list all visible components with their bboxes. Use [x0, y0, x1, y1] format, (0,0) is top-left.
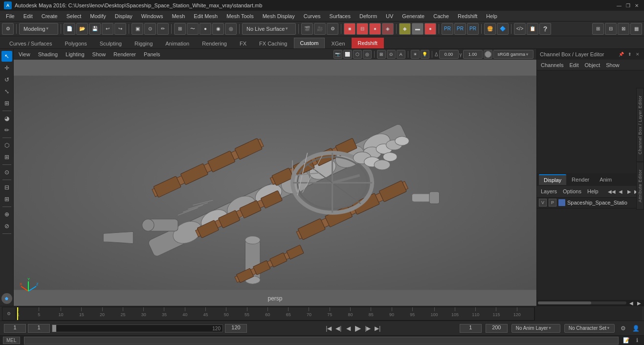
- vp-aa-button[interactable]: A: [397, 50, 405, 59]
- select-mode-button[interactable]: ▣: [132, 23, 143, 35]
- cb-menu-object[interactable]: Object: [582, 61, 602, 69]
- layout-button-4[interactable]: ▦: [630, 23, 642, 35]
- layer-color-swatch[interactable]: [558, 199, 565, 206]
- tab-rigging[interactable]: Rigging: [128, 38, 159, 48]
- menu-curves[interactable]: Curves: [300, 12, 325, 20]
- cb-expand-button[interactable]: ⬆: [626, 51, 633, 57]
- side-tab-channel-box[interactable]: Channel Box / Layer Editor: [636, 88, 644, 162]
- tab-curves-surfaces[interactable]: Curves / Surfaces: [3, 38, 58, 48]
- menu-display[interactable]: Display: [111, 12, 136, 20]
- lt-btn-extra1[interactable]: ⊕: [1, 209, 12, 220]
- max-start-field[interactable]: 1: [460, 324, 482, 333]
- scroll-right-button[interactable]: ▶: [635, 299, 643, 306]
- help-icon-button[interactable]: ?: [539, 23, 551, 35]
- vp-filmgate-button[interactable]: ⬜: [343, 50, 352, 59]
- menu-mesh[interactable]: Mesh: [168, 12, 189, 20]
- snap-curve-button[interactable]: 〜: [187, 23, 199, 35]
- timeline-ruler[interactable]: 1510152025303540455055606570758085909510…: [17, 307, 534, 321]
- menu-windows[interactable]: Windows: [137, 12, 167, 20]
- timeline-settings-button[interactable]: ⚙: [2, 307, 16, 321]
- menu-mesh-display[interactable]: Mesh Display: [259, 12, 299, 20]
- layers-menu-help[interactable]: Help: [585, 187, 600, 195]
- menu-deform[interactable]: Deform: [355, 12, 381, 20]
- render-view-button[interactable]: 🎬: [301, 23, 313, 35]
- go-end-button[interactable]: ▶|: [373, 324, 382, 333]
- menu-modify[interactable]: Modify: [86, 12, 110, 20]
- tab-sculpting[interactable]: Sculpting: [93, 38, 128, 48]
- layer-nav-prev[interactable]: ◀: [617, 187, 624, 195]
- maximize-button[interactable]: ❐: [624, 2, 631, 9]
- layers-menu-layers[interactable]: Layers: [539, 187, 559, 195]
- tab-xgen[interactable]: XGen: [325, 38, 351, 48]
- vp-camera-button[interactable]: 📷: [333, 50, 342, 59]
- menu-cache[interactable]: Cache: [429, 12, 453, 20]
- command-input[interactable]: [24, 337, 619, 345]
- no-live-surface-button[interactable]: No Live Surface ▼: [242, 23, 296, 35]
- tab-anim[interactable]: Anim: [595, 175, 617, 184]
- menu-generate[interactable]: Generate: [398, 12, 428, 20]
- timeline-playhead[interactable]: [17, 307, 18, 320]
- save-scene-button[interactable]: 💾: [89, 23, 101, 35]
- close-button[interactable]: ✕: [633, 2, 640, 9]
- vp-menu-show[interactable]: Show: [90, 50, 108, 58]
- undo-button[interactable]: ↩: [102, 23, 113, 35]
- minimize-button[interactable]: —: [616, 2, 622, 9]
- render-layer-lt-button[interactable]: ⊞: [1, 194, 12, 205]
- log-button[interactable]: 📋: [527, 23, 538, 35]
- paint-select-button[interactable]: ✏: [157, 23, 169, 35]
- vp-menu-shading[interactable]: Shading: [36, 50, 60, 58]
- scale-tool-button[interactable]: ⤡: [1, 86, 12, 97]
- vp-light1-button[interactable]: ☀: [411, 50, 420, 59]
- gamma-field[interactable]: 1.00: [463, 50, 483, 59]
- menu-edit[interactable]: Edit: [20, 12, 37, 20]
- nav-icon-button[interactable]: ⬟: [1, 293, 12, 304]
- menu-edit-mesh[interactable]: Edit Mesh: [190, 12, 222, 20]
- snap-surface-button[interactable]: ◎: [225, 23, 237, 35]
- scroll-left-button[interactable]: ◀: [627, 299, 635, 306]
- tab-fx[interactable]: FX: [233, 38, 253, 48]
- render-layer-button[interactable]: 🍔: [484, 23, 496, 35]
- mel-indicator[interactable]: MEL: [3, 337, 20, 344]
- cb-menu-channels[interactable]: Channels: [539, 61, 565, 69]
- layer-nav-next[interactable]: ▶: [625, 187, 633, 195]
- shape4-button[interactable]: ◈: [382, 23, 394, 35]
- gamma-select[interactable]: sRGB gamma ▼: [493, 50, 533, 59]
- soft-select-button[interactable]: ◕: [1, 113, 12, 124]
- script-button[interactable]: </>: [514, 23, 526, 35]
- status-icon-script[interactable]: 📝: [622, 337, 630, 345]
- no-character-set-button[interactable]: No Character Set ▼: [564, 324, 615, 333]
- play-back-button[interactable]: ◀: [344, 324, 353, 333]
- vp-grid-button[interactable]: ⊞: [377, 50, 386, 59]
- go-start-button[interactable]: |◀: [324, 324, 333, 333]
- mesh-op3-button[interactable]: ●: [424, 23, 436, 35]
- menu-create[interactable]: Create: [38, 12, 62, 20]
- rotate-tool-button[interactable]: ↺: [1, 74, 12, 85]
- redo-button[interactable]: ↪: [114, 23, 126, 35]
- tab-fx-caching[interactable]: FX Caching: [253, 38, 293, 48]
- cb-menu-edit[interactable]: Edit: [567, 61, 580, 69]
- pr-button-1[interactable]: PR: [442, 23, 453, 35]
- viewport-scene[interactable]: Z X Y persp: [14, 60, 536, 306]
- layout-button-3[interactable]: ⊠: [618, 23, 629, 35]
- snap-together-button[interactable]: ⊙: [1, 167, 12, 178]
- no-anim-layer-button[interactable]: No Anim Layer ▼: [511, 324, 560, 333]
- scrollbar-thumb[interactable]: [538, 301, 591, 304]
- grid-button[interactable]: ⊟: [356, 23, 368, 35]
- layout-button-1[interactable]: ⊞: [592, 23, 604, 35]
- pr-button-2[interactable]: PR: [454, 23, 466, 35]
- color-mode-button[interactable]: [484, 50, 492, 59]
- cube-button[interactable]: ■: [344, 23, 355, 35]
- component-mode-button[interactable]: ⬡: [1, 140, 12, 151]
- workspace-selector[interactable]: Modeling ▼: [19, 23, 58, 35]
- vp-wire-button[interactable]: ⬡: [353, 50, 362, 59]
- max-end-field[interactable]: 200: [486, 324, 508, 333]
- move-tool-button[interactable]: ✛: [1, 63, 12, 73]
- lasso-select-button[interactable]: ⊙: [144, 23, 156, 35]
- sphere-button[interactable]: ●: [369, 23, 381, 35]
- menu-mesh-tools[interactable]: Mesh Tools: [222, 12, 257, 20]
- menu-surfaces[interactable]: Surfaces: [326, 12, 355, 20]
- tab-custom[interactable]: Custom: [294, 38, 325, 48]
- vp-light2-button[interactable]: 💡: [421, 50, 429, 59]
- layer-playback-toggle[interactable]: P: [549, 199, 556, 207]
- display-layer-button[interactable]: ⊟: [1, 182, 12, 193]
